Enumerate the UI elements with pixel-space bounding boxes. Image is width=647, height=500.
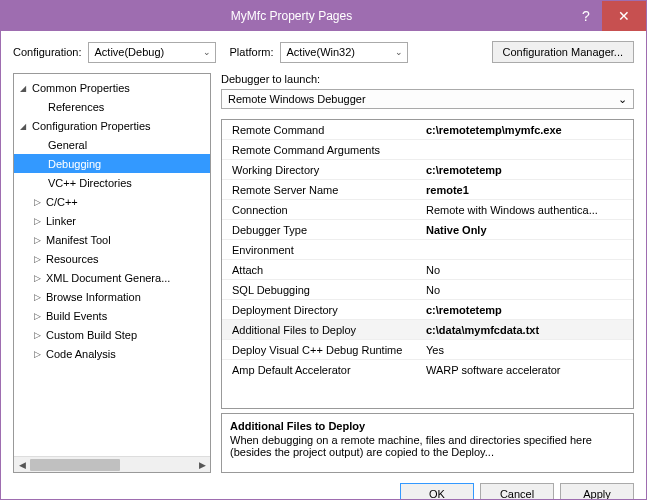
platform-combo[interactable]: Active(Win32)⌄ xyxy=(280,42,408,63)
property-key: Connection xyxy=(222,204,422,216)
property-row[interactable]: ConnectionRemote with Windows authentica… xyxy=(222,200,633,220)
chevron-down-icon: ⌄ xyxy=(203,47,211,57)
property-value[interactable]: c:\data\mymfcdata.txt xyxy=(422,324,633,336)
property-value[interactable]: Remote with Windows authentica... xyxy=(422,204,633,216)
property-row[interactable]: Remote Commandc:\remotetemp\mymfc.exe xyxy=(222,120,633,140)
property-row[interactable]: Additional Files to Deployc:\data\mymfcd… xyxy=(222,320,633,340)
platform-label: Platform: xyxy=(230,46,274,58)
tree-configuration-properties[interactable]: Configuration Properties xyxy=(14,116,210,135)
property-row[interactable]: Debugger TypeNative Only xyxy=(222,220,633,240)
property-grid[interactable]: Remote Commandc:\remotetemp\mymfc.exeRem… xyxy=(221,119,634,409)
property-value[interactable]: Native Only xyxy=(422,224,633,236)
property-value[interactable]: Yes xyxy=(422,344,633,356)
property-row[interactable]: Deploy Visual C++ Debug RuntimeYes xyxy=(222,340,633,360)
chevron-down-icon: ⌄ xyxy=(618,93,627,106)
property-value[interactable]: No xyxy=(422,284,633,296)
property-key: Working Directory xyxy=(222,164,422,176)
property-key: Amp Default Accelerator xyxy=(222,364,422,376)
description-title: Additional Files to Deploy xyxy=(230,420,625,432)
configuration-bar: Configuration: Active(Debug)⌄ Platform: … xyxy=(13,41,634,63)
property-key: Deploy Visual C++ Debug Runtime xyxy=(222,344,422,356)
tree-resources[interactable]: Resources xyxy=(14,249,210,268)
property-row[interactable]: Working Directoryc:\remotetemp xyxy=(222,160,633,180)
property-row[interactable]: Amp Default AcceleratorWARP software acc… xyxy=(222,360,633,380)
property-row[interactable]: Environment xyxy=(222,240,633,260)
property-key: Remote Command Arguments xyxy=(222,144,422,156)
property-key: Remote Command xyxy=(222,124,422,136)
tree-build-events[interactable]: Build Events xyxy=(14,306,210,325)
tree-cpp[interactable]: C/C++ xyxy=(14,192,210,211)
property-value[interactable]: c:\remotetemp xyxy=(422,304,633,316)
property-key: Additional Files to Deploy xyxy=(222,324,422,336)
property-row[interactable]: Remote Command Arguments xyxy=(222,140,633,160)
tree-code-analysis[interactable]: Code Analysis xyxy=(14,344,210,363)
ok-button[interactable]: OK xyxy=(400,483,474,500)
tree-common-properties[interactable]: Common Properties xyxy=(14,78,210,97)
configuration-label: Configuration: xyxy=(13,46,82,58)
property-key: Attach xyxy=(222,264,422,276)
property-value[interactable]: c:\remotetemp xyxy=(422,164,633,176)
property-key: Remote Server Name xyxy=(222,184,422,196)
property-key: Deployment Directory xyxy=(222,304,422,316)
property-value[interactable]: c:\remotetemp\mymfc.exe xyxy=(422,124,633,136)
description-body: When debugging on a remote machine, file… xyxy=(230,434,625,458)
window-title: MyMfc Property Pages xyxy=(13,9,570,23)
property-row[interactable]: SQL DebuggingNo xyxy=(222,280,633,300)
debugger-launch-label: Debugger to launch: xyxy=(221,73,634,85)
property-row[interactable]: AttachNo xyxy=(222,260,633,280)
configuration-combo[interactable]: Active(Debug)⌄ xyxy=(88,42,216,63)
help-button[interactable]: ? xyxy=(570,1,602,31)
scroll-right-icon[interactable]: ▶ xyxy=(194,457,210,473)
property-row[interactable]: Deployment Directoryc:\remotetemp xyxy=(222,300,633,320)
apply-button[interactable]: Apply xyxy=(560,483,634,500)
property-row[interactable]: Remote Server Nameremote1 xyxy=(222,180,633,200)
tree-references[interactable]: References xyxy=(14,97,210,116)
dialog-footer: OK Cancel Apply xyxy=(13,483,634,500)
tree-linker[interactable]: Linker xyxy=(14,211,210,230)
property-value[interactable]: WARP software accelerator xyxy=(422,364,633,376)
tree-view[interactable]: Common Properties References Configurati… xyxy=(13,73,211,473)
tree-browse-info[interactable]: Browse Information xyxy=(14,287,210,306)
close-button[interactable]: ✕ xyxy=(602,1,646,31)
tree-debugging[interactable]: Debugging xyxy=(14,154,210,173)
titlebar: MyMfc Property Pages ? ✕ xyxy=(1,1,646,31)
property-key: Debugger Type xyxy=(222,224,422,236)
property-key: Environment xyxy=(222,244,422,256)
tree-xml-doc[interactable]: XML Document Genera... xyxy=(14,268,210,287)
tree-vc-directories[interactable]: VC++ Directories xyxy=(14,173,210,192)
debugger-launch-combo[interactable]: Remote Windows Debugger⌄ xyxy=(221,89,634,109)
property-value[interactable]: No xyxy=(422,264,633,276)
tree-manifest-tool[interactable]: Manifest Tool xyxy=(14,230,210,249)
property-value[interactable]: remote1 xyxy=(422,184,633,196)
description-panel: Additional Files to Deploy When debuggin… xyxy=(221,413,634,473)
cancel-button[interactable]: Cancel xyxy=(480,483,554,500)
chevron-down-icon: ⌄ xyxy=(395,47,403,57)
tree-general[interactable]: General xyxy=(14,135,210,154)
configuration-manager-button[interactable]: Configuration Manager... xyxy=(492,41,634,63)
scroll-left-icon[interactable]: ◀ xyxy=(14,457,30,473)
property-key: SQL Debugging xyxy=(222,284,422,296)
tree-custom-build[interactable]: Custom Build Step xyxy=(14,325,210,344)
tree-scrollbar[interactable]: ◀ ▶ xyxy=(14,456,210,472)
